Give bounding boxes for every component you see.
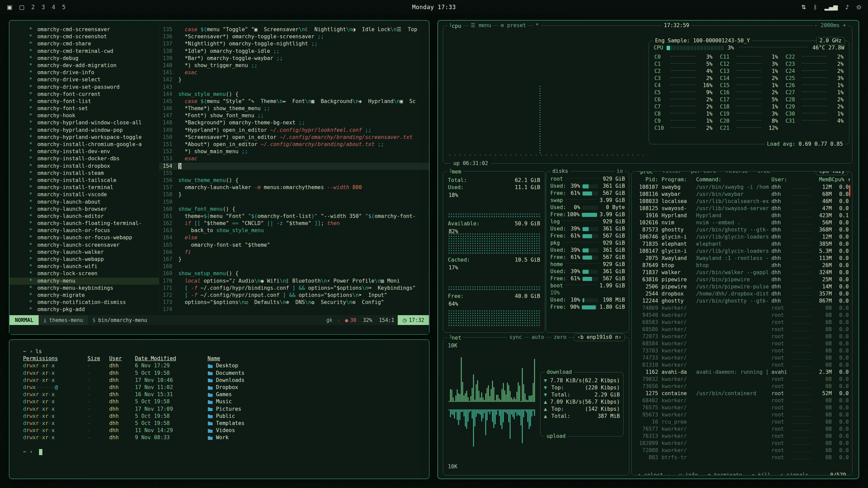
network-arrows-icon[interactable]: ⇅ <box>801 4 806 11</box>
file-list-item[interactable]: *omarchy-debug <box>29 55 159 62</box>
proc-row[interactable]: 81310kworker/root0B0.0 <box>636 362 849 369</box>
per-core-button[interactable]: per-core <box>689 171 718 175</box>
file-list-item[interactable]: *omarchy-launch-wifi <box>29 263 159 270</box>
file-list-item[interactable]: *omarchy-hyprland-window-pop <box>29 127 159 134</box>
terminal-window[interactable]: ~ › ls PermissionsSizeUserDate ModifiedN… <box>9 339 430 479</box>
file-list-item[interactable]: *omarchy-cmd-terminal-cwd <box>29 48 159 55</box>
menu-button[interactable]: ☰ menu <box>469 22 493 29</box>
proc-footer-keys[interactable]: ↕ select ↵ ○ info ⌫ terminate ✕ kill ⚡ s… <box>636 472 811 475</box>
file-list-item[interactable]: *omarchy-menu-keybindings <box>29 285 159 292</box>
file-list-item[interactable]: *omarchy-font-current <box>29 91 159 98</box>
file-list-item[interactable]: *omarchy-hook <box>29 112 159 119</box>
preset-button[interactable]: ⚙ preset <box>499 22 528 29</box>
proc-row[interactable]: 108125swayosd-/usr/lib/swayosd-serverdhh… <box>636 205 849 212</box>
file-list-item[interactable]: *omarchy-launch-webapp <box>29 256 159 263</box>
workspace-5[interactable]: 5 <box>62 4 65 11</box>
proc-row[interactable]: 68583kworker/root0B0.0 <box>636 319 849 326</box>
btop-window[interactable]: 1cpu ☰ menu ⚙ preset * 17:32:59 - 2000ms… <box>437 20 859 479</box>
proc-row[interactable]: 108116waybar/usr/bin/waybardhh68M0.0 <box>636 191 849 198</box>
sort-selector[interactable]: cpu lazy <box>816 171 848 175</box>
proc-row[interactable]: 1916HyprlandHyprlanddhh423M0.1 <box>636 212 849 219</box>
nvim-cmdline[interactable] <box>9 325 429 334</box>
file-list-item[interactable]: *omarchy-install-tailscale <box>29 177 159 184</box>
file-list-item[interactable]: *omarchy-drive-info <box>29 69 159 76</box>
proc-row[interactable]: 76577kworker/root0B0.0 <box>636 426 849 433</box>
file-list-item[interactable]: *omarchy-drive-set-password <box>29 84 159 91</box>
proc-row[interactable]: 16rcu_preeroot0B0.0 <box>636 419 849 426</box>
proc-row[interactable]: 76575kworker/root0B0.0 <box>636 404 849 411</box>
proc-row[interactable]: 73703kworker/root0B0.0 <box>636 347 849 354</box>
file-list-item[interactable]: *omarchy-font-list <box>29 98 159 105</box>
proc-row[interactable]: 68586kworker/root0B0.0 <box>636 326 849 333</box>
proc-row[interactable]: 68402kworker/root0B0.0 <box>636 397 849 404</box>
file-list-item[interactable]: *omarchy-cmd-screenshot <box>29 33 159 40</box>
sync-button[interactable]: sync <box>507 334 524 341</box>
reverse-button[interactable]: reverse <box>724 171 750 175</box>
auto-button[interactable]: auto <box>530 334 546 341</box>
file-list-item[interactable]: *omarchy-launch-or-focus-webapp <box>29 234 159 241</box>
file-list-item[interactable]: *omarchy-cmd-screensaver <box>29 26 159 33</box>
proc-row[interactable]: 95673kworker/root0B0.0 <box>636 411 849 419</box>
file-list-item[interactable]: *omarchy-notification-dismiss <box>29 299 159 306</box>
proc-row[interactable]: 94540kworker/root0B0.0 <box>636 312 849 319</box>
proc-row[interactable]: 108147glycin-i/usr/lib/glycin-loadersdhh… <box>636 248 849 255</box>
proc-row[interactable]: 71837walker/usr/bin/walker --gappldhh324… <box>636 269 849 276</box>
file-list-item[interactable]: *omarchy-install-vscode <box>29 191 159 198</box>
io-mode-button[interactable]: io <box>614 168 625 175</box>
file-list-item[interactable]: *omarchy-install-docker-dbs <box>29 155 159 162</box>
file-list-item[interactable]: *omarchy-pkg-add <box>29 306 159 313</box>
proc-row[interactable]: 2075XwaylandXwayland :1 -rootless -dhh11… <box>636 255 849 262</box>
proc-row[interactable]: 2506pipewire/usr/bin/pipewire-pulsedhh14… <box>636 283 849 290</box>
file-list-item[interactable]: *omarchy-menu <box>9 278 159 285</box>
file-list-item[interactable]: *omarchy-install-steam <box>29 170 159 177</box>
file-list-item[interactable]: *omarchy-install-dev-env <box>29 148 159 155</box>
proc-row[interactable]: 1275containe/usr/bin/containerdroot52M0.… <box>636 390 849 397</box>
tree-button[interactable]: tree <box>755 171 772 175</box>
proc-row[interactable]: 1162avahi-daavahi-daemon: running [avahi… <box>636 369 849 376</box>
file-list-item[interactable]: *omarchy-install-chromium-google-a <box>29 141 159 148</box>
proc-row[interactable]: 73656kworker/root0B0.0 <box>636 383 849 390</box>
proc-row[interactable]: 68584kworker/root0B0.0 <box>636 340 849 347</box>
interface-selector[interactable]: ‹b enp191s0 n› <box>574 333 625 341</box>
filter-button[interactable]: filter <box>660 171 684 175</box>
workspace-4[interactable]: 4 <box>52 4 55 11</box>
update-interval-control[interactable]: - 2000ms + <box>812 22 848 29</box>
proc-row[interactable]: 108107swaybg/usr/bin/swaybg -i /homdhh12… <box>636 184 849 191</box>
cpu-usage-icon[interactable]: ▂▄▆ <box>825 4 838 11</box>
proc-row[interactable]: 74869kworker/root0B0.0 <box>636 305 849 312</box>
file-list-item[interactable]: *omarchy-lock-screen <box>29 270 159 277</box>
apps-icon[interactable]: ▢ <box>19 4 24 11</box>
file-list-item[interactable]: *omarchy-launch-floating-terminal- <box>29 220 159 227</box>
proc-row[interactable]: 71835elephantelephantdhh385M0.0 <box>636 241 849 248</box>
proc-row[interactable]: 72088kworker/root0B0.0 <box>636 447 849 454</box>
proc-scrollbar[interactable] <box>849 185 850 197</box>
preset-star-button[interactable]: * <box>533 22 540 29</box>
file-list-item[interactable]: *omarchy-migrate <box>29 292 159 299</box>
proc-row[interactable]: 74733kworker/root0B0.0 <box>636 354 849 362</box>
proc-row[interactable]: 12244ghostty/usr/bin/ghostty --gtk-dhh86… <box>636 298 849 305</box>
proc-row[interactable]: 102616nvimnvim --embed .dhh56M0.0 <box>636 219 849 226</box>
zero-button[interactable]: zero <box>552 334 568 341</box>
proc-row[interactable]: 72073kworker/root0B0.0 <box>636 333 849 340</box>
file-list-item[interactable]: *omarchy-install-dropbox <box>29 163 159 170</box>
workspace-3[interactable]: 3 <box>41 4 45 11</box>
file-list-item[interactable]: *omarchy-launch-about <box>29 199 159 206</box>
file-list-item[interactable]: *omarchy-launch-or-focus <box>29 227 159 234</box>
file-list-item[interactable]: *omarchy-cmd-share <box>29 40 159 47</box>
file-list-item[interactable]: *omarchy-font-set <box>29 105 159 112</box>
proc-row[interactable]: 87649btopbtopdhh26M0.0 <box>636 262 849 269</box>
proc-row[interactable]: 79032kworker/root0B0.0 <box>636 376 849 383</box>
power-icon[interactable]: ⊙ <box>856 4 861 11</box>
file-list-item[interactable]: *omarchy-launch-editor <box>29 213 159 220</box>
proc-row[interactable]: 108033localsea/usr/lib/localsearch-exdhh… <box>636 198 849 205</box>
proc-row[interactable]: 2544dropbox/home/dhh/.dropbox-distdhh357… <box>636 290 849 298</box>
proc-row[interactable]: 803btrfs-trroot0B0.0 <box>636 454 849 461</box>
file-list-item[interactable]: *omarchy-install-terminal <box>29 184 159 191</box>
proc-row[interactable]: 76313kworker/root0B0.0 <box>636 433 849 440</box>
bluetooth-icon[interactable]: ᛒ <box>813 4 817 11</box>
proc-row[interactable]: 106746glycin-i/usr/lib/glycin-loadersdhh… <box>636 233 849 241</box>
proc-row[interactable]: 63816pipewire/usr/bin/pipewiredhh25M0.0 <box>636 276 849 283</box>
file-list-item[interactable]: *omarchy-launch-walker <box>29 249 159 256</box>
shell-prompt-line-2[interactable]: ~ › <box>23 448 429 455</box>
proc-row[interactable]: 102099kworker/root0B0.0 <box>636 440 849 447</box>
